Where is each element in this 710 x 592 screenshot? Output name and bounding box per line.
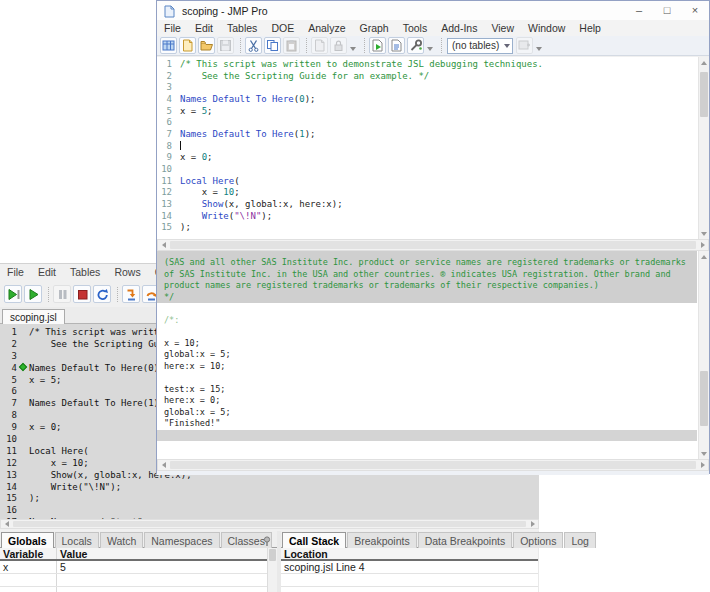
editor-line[interactable]: 7Names Default To Here(1);: [157, 128, 709, 140]
stop-icon[interactable]: [73, 285, 91, 303]
pin-icon[interactable]: [261, 533, 273, 545]
copy-icon[interactable]: [264, 37, 281, 54]
run-icon[interactable]: [24, 285, 42, 303]
editor-line[interactable]: 11Local Here(: [157, 175, 709, 187]
table-row[interactable]: [0, 574, 267, 587]
scroll-thumb[interactable]: [170, 461, 696, 469]
tab-data-breakpoints[interactable]: Data Breakpoints: [418, 532, 513, 548]
scroll-right-icon[interactable]: [527, 520, 538, 528]
maximize-button[interactable]: □: [653, 1, 681, 20]
log-h-scrollbar[interactable]: [157, 459, 709, 471]
editor-line[interactable]: 13 Show(x, global:x, here:x);: [157, 198, 709, 210]
editor-line[interactable]: 15);: [157, 222, 709, 234]
scroll-left-icon[interactable]: [158, 240, 169, 250]
run-script-icon[interactable]: [369, 37, 386, 54]
menu-edit[interactable]: Edit: [188, 20, 220, 36]
table-row[interactable]: x5: [0, 561, 267, 574]
step-into-icon[interactable]: [122, 285, 140, 303]
paste-icon[interactable]: [283, 37, 300, 54]
new-journal-icon[interactable]: [179, 37, 196, 54]
menu-graph[interactable]: Graph: [353, 20, 396, 36]
new-data-table-icon[interactable]: [160, 37, 177, 54]
debugger-h-scrollbar[interactable]: [0, 519, 539, 529]
reset-icon[interactable]: [93, 285, 111, 303]
menu-rows[interactable]: Rows: [107, 264, 147, 281]
tab-breakpoints[interactable]: Breakpoints: [347, 532, 416, 548]
scroll-left-icon[interactable]: [1, 520, 12, 528]
table-selector[interactable]: (no tables): [447, 38, 513, 54]
close-button[interactable]: ×: [681, 1, 709, 20]
toolbar-overflow-icon[interactable]: [535, 38, 544, 54]
editor-line[interactable]: 12 x = 10;: [157, 187, 709, 199]
table-row[interactable]: [0, 587, 267, 592]
log-v-scrollbar[interactable]: [698, 251, 709, 459]
scroll-thumb[interactable]: [269, 549, 276, 561]
tab-options[interactable]: Options: [513, 532, 563, 548]
log-selected-text[interactable]: (SAS and all other SAS Institute Inc. pr…: [157, 251, 697, 303]
tab-locals[interactable]: Locals: [55, 532, 99, 548]
scroll-right-icon[interactable]: [697, 460, 708, 470]
tab-globals[interactable]: Globals: [1, 532, 54, 549]
editor-line[interactable]: 5x = 5;: [157, 105, 709, 117]
debugger-code-line[interactable]: 15);: [0, 492, 539, 504]
menu-file[interactable]: File: [0, 264, 31, 281]
copy-special-icon[interactable]: [311, 37, 328, 54]
scroll-thumb[interactable]: [13, 521, 526, 527]
pause-icon[interactable]: [53, 285, 71, 303]
editor-line[interactable]: 1/* This script was written to demonstra…: [157, 58, 709, 70]
open-log-icon[interactable]: [388, 37, 405, 54]
editor-line[interactable]: 9x = 0;: [157, 152, 709, 164]
scroll-up-icon[interactable]: [699, 57, 709, 68]
scroll-thumb[interactable]: [700, 72, 708, 117]
scroll-down-icon[interactable]: [699, 228, 709, 239]
editor-line[interactable]: 14 Write("\!N");: [157, 210, 709, 222]
lock-icon[interactable]: [330, 37, 347, 54]
minimize-button[interactable]: –: [625, 1, 653, 20]
scroll-thumb[interactable]: [170, 241, 696, 249]
scroll-thumb[interactable]: [700, 371, 708, 426]
editor-line[interactable]: 10: [157, 163, 709, 175]
debugger-code-line[interactable]: 14 Write("\!N");: [0, 481, 539, 493]
menu-analyze[interactable]: Analyze: [301, 20, 352, 36]
tab-watch[interactable]: Watch: [100, 532, 143, 548]
toolbar-overflow-icon[interactable]: [426, 38, 435, 54]
menu-tables[interactable]: Tables: [63, 264, 107, 281]
add-table-icon[interactable]: [516, 37, 533, 54]
scroll-up-icon[interactable]: [699, 251, 709, 262]
menu-window[interactable]: Window: [521, 20, 572, 36]
cut-icon[interactable]: [245, 37, 262, 54]
table-row[interactable]: [281, 574, 538, 587]
editor-line[interactable]: 6: [157, 116, 709, 128]
menu-file[interactable]: File: [157, 20, 188, 36]
scroll-down-icon[interactable]: [699, 448, 709, 459]
editor-line[interactable]: 3: [157, 81, 709, 93]
editor-h-scrollbar[interactable]: [157, 239, 709, 251]
log-pane[interactable]: (SAS and all other SAS Institute Inc. pr…: [157, 251, 709, 459]
tools-icon[interactable]: [407, 37, 424, 54]
run-debug-icon[interactable]: [4, 285, 22, 303]
menu-help[interactable]: Help: [572, 20, 608, 36]
editor-v-scrollbar[interactable]: [698, 57, 709, 239]
menu-doe[interactable]: DOE: [264, 20, 301, 36]
table-row[interactable]: scoping.jsl Line 4: [281, 561, 538, 574]
variables-v-scrollbar[interactable]: [267, 548, 277, 592]
open-file-icon[interactable]: [198, 37, 215, 54]
menu-tools[interactable]: Tools: [396, 20, 435, 36]
toolbar-overflow-icon[interactable]: [349, 38, 358, 54]
menu-view[interactable]: View: [484, 20, 521, 36]
scroll-left-icon[interactable]: [158, 460, 169, 470]
scroll-right-icon[interactable]: [697, 240, 708, 250]
tab-call-stack[interactable]: Call Stack: [282, 532, 346, 549]
tab-namespaces[interactable]: Namespaces: [144, 532, 219, 548]
editor-line[interactable]: 2 See the Scripting Guide for an example…: [157, 70, 709, 82]
table-row[interactable]: [281, 587, 538, 592]
editor-line[interactable]: 8: [157, 140, 709, 152]
menu-tables[interactable]: Tables: [220, 20, 264, 36]
editor-line[interactable]: 4Names Default To Here(0);: [157, 93, 709, 105]
save-icon[interactable]: [217, 37, 234, 54]
menu-add-ins[interactable]: Add-Ins: [434, 20, 484, 36]
script-editor[interactable]: 1/* This script was written to demonstra…: [157, 57, 709, 239]
debugger-code-line[interactable]: 16: [0, 504, 539, 516]
tab-log[interactable]: Log: [564, 532, 596, 548]
menu-edit[interactable]: Edit: [31, 264, 63, 281]
